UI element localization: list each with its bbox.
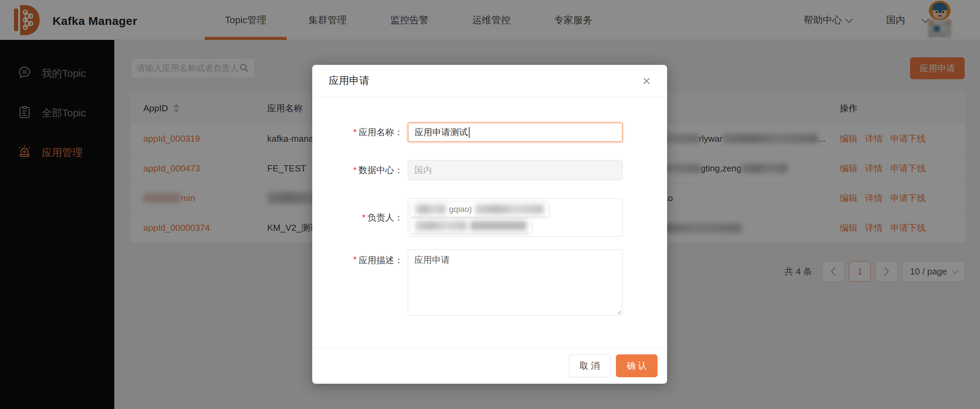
modal-header: 应用申请 ✕ bbox=[312, 65, 667, 97]
field-label: 应用名称： bbox=[359, 126, 403, 138]
resize-handle[interactable] bbox=[616, 309, 621, 314]
text-cursor bbox=[469, 127, 469, 138]
cancel-button[interactable]: 取 消 bbox=[569, 354, 611, 377]
field-datacenter: * 数据中心： 国内 bbox=[312, 160, 667, 180]
description-textarea[interactable]: 应用申请 bbox=[408, 250, 623, 316]
required-asterisk: * bbox=[362, 212, 366, 223]
required-asterisk: * bbox=[353, 255, 356, 265]
app-name-input[interactable]: 应用申请测试 bbox=[408, 123, 623, 142]
principal-tag bbox=[411, 219, 531, 233]
field-label: 负责人： bbox=[368, 212, 403, 224]
field-principal: * 负责人： gqiao) bbox=[312, 198, 667, 237]
app-request-modal: 应用申请 ✕ * 应用名称： 应用申请测试 * 数据中心： bbox=[312, 65, 667, 384]
required-asterisk: * bbox=[353, 165, 356, 175]
close-icon[interactable]: ✕ bbox=[638, 73, 655, 89]
modal-footer: 取 消 确 认 bbox=[312, 347, 667, 384]
field-label: 数据中心： bbox=[359, 164, 403, 176]
kafka-manager-app: Kafka Manager Topic管理 集群管理 监控告警 运维管控 专家服… bbox=[0, 0, 980, 409]
field-description: * 应用描述： 应用申请 bbox=[312, 250, 667, 316]
redacted-text bbox=[470, 221, 527, 231]
redacted-text bbox=[415, 221, 467, 231]
field-label: 应用描述： bbox=[359, 255, 403, 266]
modal-title: 应用申请 bbox=[329, 74, 369, 88]
redacted-text bbox=[415, 205, 445, 214]
field-app-name: * 应用名称： 应用申请测试 bbox=[312, 123, 667, 142]
confirm-button[interactable]: 确 认 bbox=[616, 354, 657, 377]
redacted-text bbox=[475, 205, 544, 214]
principal-tag: gqiao) bbox=[411, 202, 548, 216]
datacenter-input-disabled: 国内 bbox=[408, 160, 623, 180]
required-asterisk: * bbox=[353, 127, 356, 138]
principal-select[interactable]: gqiao) bbox=[408, 198, 623, 237]
